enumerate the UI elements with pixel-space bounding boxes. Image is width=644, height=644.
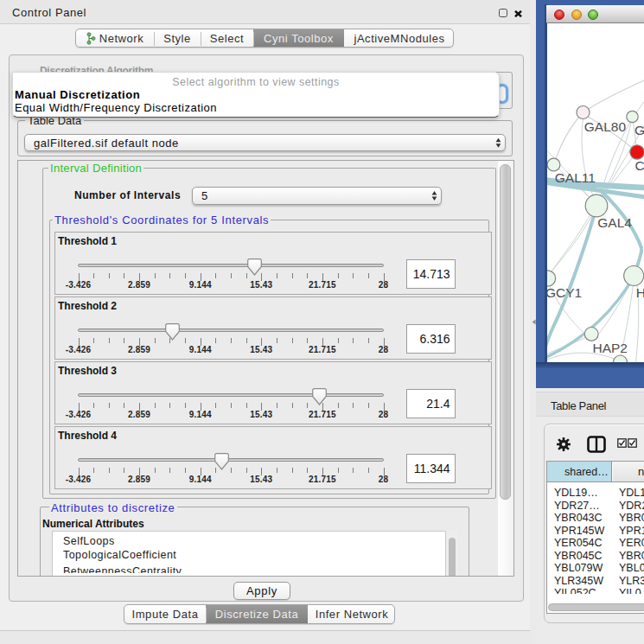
svg-text:HAP2: HAP2 [592,341,628,355]
svg-text:GA: GA [634,123,644,137]
svg-text:GAL4: GAL4 [597,215,632,230]
svg-text:GCY1: GCY1 [547,285,582,300]
svg-text:CD: CD [634,158,644,173]
svg-text:GAL80: GAL80 [583,119,626,134]
svg-text:GAL11: GAL11 [554,170,595,185]
svg-text:HA: HA [635,285,644,300]
